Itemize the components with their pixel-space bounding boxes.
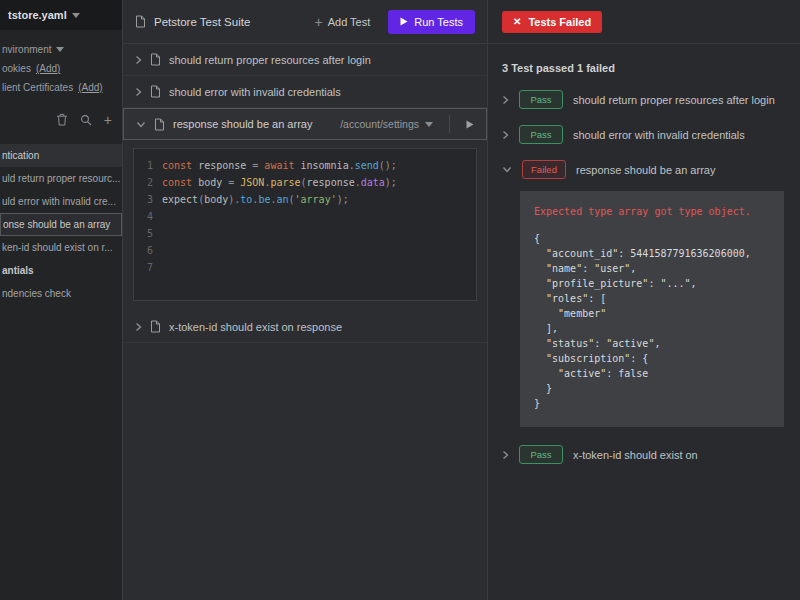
file-icon xyxy=(135,15,146,28)
search-icon[interactable] xyxy=(80,114,92,126)
workspace-selector[interactable]: tstore.yaml xyxy=(0,0,122,30)
line-numbers: 1 2 3 4 5 6 7 xyxy=(134,157,162,276)
plus-icon: + xyxy=(314,17,322,27)
code-line xyxy=(162,208,476,225)
close-icon: ✕ xyxy=(513,16,521,27)
chevron-down-icon xyxy=(56,47,64,52)
sidebar-item-test[interactable]: ken-id should exist on r... xyxy=(0,236,122,259)
chevron-down-icon xyxy=(425,122,433,127)
tests-failed-label: Tests Failed xyxy=(528,16,591,28)
failure-detail-box: Expected type array got type object. { "… xyxy=(520,191,784,427)
pass-badge: Pass xyxy=(519,445,563,464)
play-icon xyxy=(400,17,408,26)
folder-label: antials xyxy=(2,265,34,276)
run-tests-button[interactable]: Run Tests xyxy=(388,10,475,34)
code-line xyxy=(162,225,476,242)
file-icon xyxy=(150,320,161,333)
divider xyxy=(449,115,450,133)
workspace-name: tstore.yaml xyxy=(8,9,67,21)
environment-selector[interactable]: nvironment xyxy=(2,44,114,55)
sidebar-folder-authentication[interactable]: ntication xyxy=(0,144,122,167)
result-row[interactable]: Pass should return proper resources afte… xyxy=(488,82,800,117)
result-name: response should be an array xyxy=(576,164,715,176)
sidebar-item-test[interactable]: ndencies check xyxy=(0,282,122,305)
sidebar: tstore.yaml nvironment ookies (Add) lien… xyxy=(0,0,123,600)
endpoint-label: /account/settings xyxy=(340,118,419,130)
result-name: should return proper resources after log… xyxy=(573,94,775,106)
test-row[interactable]: x-token-id should exist on response xyxy=(123,311,487,343)
result-row[interactable]: Pass should error with invalid credentia… xyxy=(488,117,800,152)
sidebar-item-test[interactable]: uld return proper resourc... xyxy=(0,167,122,190)
test-row[interactable]: should return proper resources after log… xyxy=(123,44,487,76)
run-tests-label: Run Tests xyxy=(414,16,463,28)
test-results-panel: ✕ Tests Failed 3 Test passed 1 failed Pa… xyxy=(488,0,800,600)
sidebar-meta: nvironment ookies (Add) lient Certificat… xyxy=(0,30,122,101)
cookies-label: ookies xyxy=(2,63,31,74)
add-certificates-link[interactable]: (Add) xyxy=(78,82,102,93)
insomnia-unit-tests-window: tstore.yaml nvironment ookies (Add) lien… xyxy=(0,0,800,600)
plus-icon[interactable]: + xyxy=(104,115,112,125)
sidebar-folder-credentials[interactable]: antials xyxy=(0,259,122,282)
result-row[interactable]: Pass x-token-id should exist on xyxy=(488,437,800,472)
test-row[interactable]: should error with invalid credentials xyxy=(123,76,487,108)
file-icon xyxy=(150,85,161,98)
chevron-right-icon xyxy=(502,450,509,460)
certificates-row[interactable]: lient Certificates (Add) xyxy=(2,82,114,93)
code-line xyxy=(162,242,476,259)
test-name: should error with invalid credentials xyxy=(169,86,475,98)
code-line: const body = JSON.parse(response.data); xyxy=(162,174,476,191)
folder-label: ntication xyxy=(2,150,39,161)
suite-header: Petstore Test Suite + Add Test Run Tests xyxy=(123,0,487,44)
error-message: Expected type array got type object. xyxy=(534,204,770,219)
chevron-down-icon xyxy=(72,13,80,18)
sidebar-item-test[interactable]: uld error with invalid cre... xyxy=(0,190,122,213)
test-name: response should be an array xyxy=(173,118,332,130)
add-test-label: Add Test xyxy=(328,16,371,28)
code-line xyxy=(162,259,476,276)
code-editor[interactable]: 1 2 3 4 5 6 7 const response = await ins… xyxy=(133,148,477,301)
endpoint-selector[interactable]: /account/settings xyxy=(340,118,433,130)
add-cookies-link[interactable]: (Add) xyxy=(36,63,60,74)
json-output: { "account_id": 5441587791636206000, "na… xyxy=(534,231,770,411)
tests-failed-badge: ✕ Tests Failed xyxy=(502,11,602,33)
failed-badge: Failed xyxy=(522,160,566,179)
test-suite-panel: Petstore Test Suite + Add Test Run Tests… xyxy=(123,0,488,600)
chevron-right-icon xyxy=(135,55,142,65)
results-summary: 3 Test passed 1 failed xyxy=(488,44,800,82)
code-line: expect(body).to.be.an('array'); xyxy=(162,191,476,208)
chevron-right-icon xyxy=(502,95,509,105)
trash-icon[interactable] xyxy=(56,113,68,126)
results-header: ✕ Tests Failed xyxy=(488,0,800,44)
chevron-right-icon xyxy=(135,322,142,332)
chevron-right-icon xyxy=(502,130,509,140)
pass-badge: Pass xyxy=(519,90,563,109)
test-row-expanded[interactable]: response should be an array /account/set… xyxy=(123,108,487,140)
run-single-test-button[interactable] xyxy=(466,120,474,129)
pass-badge: Pass xyxy=(519,125,563,144)
certificates-label: lient Certificates xyxy=(2,82,73,93)
test-name: x-token-id should exist on response xyxy=(169,321,475,333)
chevron-down-icon xyxy=(136,121,146,128)
result-row-expanded[interactable]: Failed response should be an array xyxy=(488,152,800,187)
cookies-row[interactable]: ookies (Add) xyxy=(2,63,114,74)
chevron-down-icon xyxy=(502,166,512,173)
code-line: const response = await insomnia.send(); xyxy=(162,157,476,174)
result-name: should error with invalid credentials xyxy=(573,129,745,141)
sidebar-test-list: ntication uld return proper resourc... u… xyxy=(0,144,122,305)
file-icon xyxy=(154,118,165,131)
file-icon xyxy=(150,53,161,66)
sidebar-item-test-selected[interactable]: onse should be an array xyxy=(0,213,122,236)
environment-label: nvironment xyxy=(2,44,51,55)
code-content[interactable]: const response = await insomnia.send(); … xyxy=(162,157,476,276)
result-name: x-token-id should exist on xyxy=(573,449,698,461)
test-name: should return proper resources after log… xyxy=(169,54,475,66)
suite-title: Petstore Test Suite xyxy=(154,16,306,28)
chevron-right-icon xyxy=(135,87,142,97)
sidebar-toolbar: + xyxy=(0,101,122,136)
add-test-button[interactable]: + Add Test xyxy=(314,16,370,28)
